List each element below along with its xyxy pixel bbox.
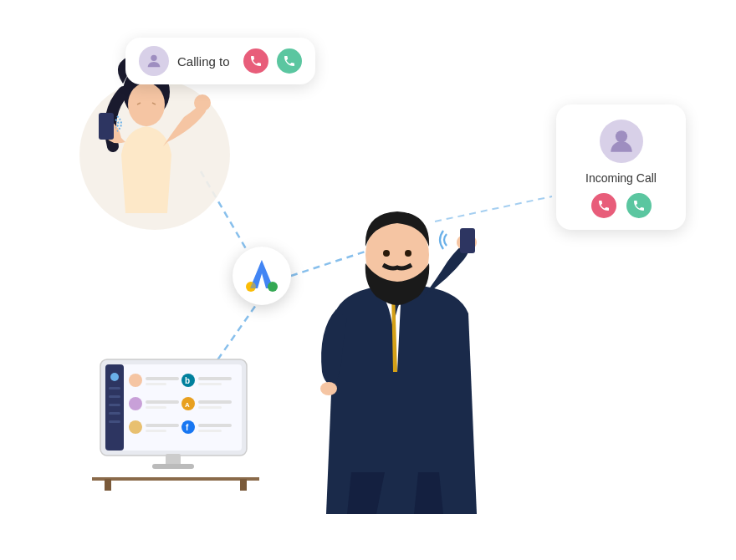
google-ads-circle <box>233 247 291 305</box>
svg-rect-57 <box>240 479 247 491</box>
calling-accept-button[interactable] <box>277 48 302 74</box>
svg-rect-56 <box>105 479 111 491</box>
svg-point-18 <box>383 250 390 257</box>
incoming-label: Incoming Call <box>585 171 657 185</box>
svg-rect-48 <box>146 430 166 432</box>
svg-rect-33 <box>146 377 179 380</box>
incoming-call-card: Incoming Call <box>556 104 686 230</box>
calling-end-button[interactable] <box>243 48 268 74</box>
svg-point-5 <box>615 130 626 142</box>
svg-point-4 <box>151 55 156 61</box>
calling-avatar <box>139 46 169 76</box>
svg-point-19 <box>405 250 411 257</box>
svg-rect-38 <box>198 383 222 385</box>
svg-rect-41 <box>146 406 166 409</box>
calling-bubble: Calling to <box>125 38 315 84</box>
monitor-wrap: b A f <box>92 355 259 489</box>
accept-call-icon <box>283 54 296 68</box>
svg-rect-29 <box>109 404 120 406</box>
svg-rect-37 <box>198 377 232 380</box>
incoming-accept-icon <box>632 199 646 212</box>
svg-rect-40 <box>146 400 179 404</box>
svg-rect-47 <box>146 424 179 427</box>
svg-rect-31 <box>109 420 120 423</box>
svg-rect-54 <box>152 464 194 469</box>
incoming-end-button[interactable] <box>591 193 616 218</box>
svg-rect-45 <box>198 406 222 409</box>
calling-avatar-icon <box>145 52 163 70</box>
svg-rect-44 <box>198 400 232 404</box>
svg-point-8 <box>268 282 278 292</box>
scene: Calling to Incoming Call <box>25 21 711 539</box>
man-illustration <box>284 163 519 514</box>
svg-rect-51 <box>198 424 232 427</box>
svg-text:b: b <box>185 376 190 385</box>
svg-rect-14 <box>99 113 114 140</box>
person-right <box>284 163 519 514</box>
svg-point-12 <box>128 83 165 126</box>
svg-point-26 <box>110 373 119 381</box>
svg-rect-28 <box>109 395 120 398</box>
svg-point-13 <box>194 94 211 111</box>
svg-marker-9 <box>250 260 262 288</box>
calling-label: Calling to <box>177 54 230 69</box>
svg-point-46 <box>129 420 142 434</box>
svg-rect-21 <box>460 228 475 253</box>
svg-point-22 <box>320 382 337 395</box>
svg-rect-34 <box>146 383 166 385</box>
svg-rect-52 <box>198 430 222 432</box>
incoming-avatar-icon <box>607 127 636 155</box>
svg-rect-53 <box>166 454 181 466</box>
incoming-avatar <box>600 120 643 163</box>
incoming-accept-button[interactable] <box>626 193 652 218</box>
svg-rect-30 <box>109 412 120 415</box>
svg-rect-27 <box>109 387 120 389</box>
svg-point-39 <box>129 397 142 410</box>
svg-text:A: A <box>185 401 190 409</box>
end-call-icon <box>249 54 263 68</box>
incoming-end-icon <box>597 199 611 212</box>
monitor-illustration: b A f <box>92 355 259 489</box>
google-ads-logo <box>243 257 281 295</box>
incoming-action-buttons <box>591 193 652 218</box>
svg-point-32 <box>129 374 142 387</box>
